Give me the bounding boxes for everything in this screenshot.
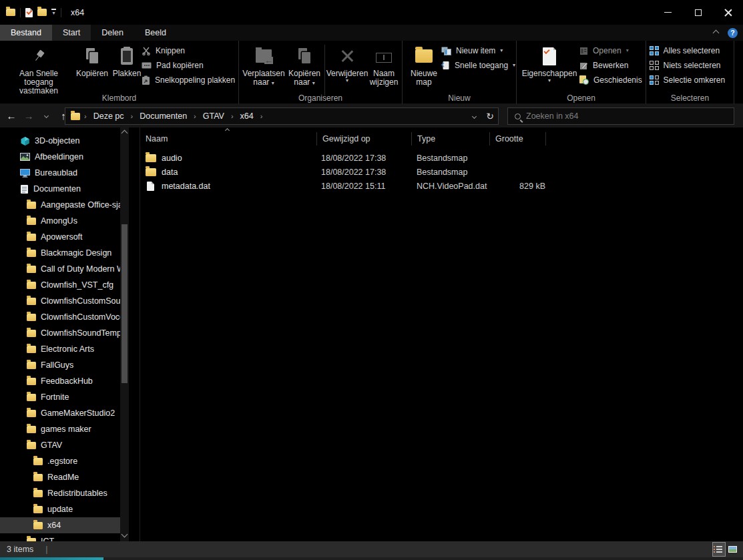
copy-to-button[interactable]: Kopiëren naar ▾ — [286, 43, 323, 87]
breadcrumb-documenten[interactable]: Documenten — [137, 111, 190, 121]
properties-button[interactable]: Eigenschappen ▾ — [521, 43, 578, 83]
breadcrumb-deze-pc[interactable]: Deze pc — [91, 111, 127, 121]
close-button[interactable] — [713, 0, 743, 25]
paste-button[interactable]: Plakken — [109, 43, 144, 78]
sidebar-item-clownfishcustomvoco[interactable]: ClownfishCustomVoco — [0, 309, 120, 325]
cut-button[interactable]: Knippen — [142, 43, 235, 58]
minimize-icon — [664, 12, 672, 13]
sidebar-item-fortnite[interactable]: Fortnite — [0, 389, 120, 405]
scroll-up-icon[interactable] — [121, 130, 128, 137]
sidebar-item-ict[interactable]: ICT — [0, 533, 120, 541]
open-button[interactable]: Openen ▾ — [579, 43, 642, 58]
paste-shortcut-button[interactable]: Snelkoppeling plakken — [142, 73, 235, 87]
folder-icon — [27, 394, 36, 401]
file-row-audio[interactable]: audio 18/08/2022 17:38 Bestandsmap — [140, 151, 688, 165]
new-folder-button[interactable]: Nieuwe map — [408, 43, 440, 87]
dropdown-caret: ▾ — [312, 80, 315, 86]
breadcrumb-separator: › — [259, 112, 264, 120]
folder-icon — [27, 346, 36, 353]
collapse-ribbon-icon[interactable] — [713, 29, 720, 36]
sidebar-item-3d-objecten[interactable]: 3D-objecten — [0, 133, 120, 149]
sidebar-item-readme[interactable]: ReadMe — [0, 469, 120, 485]
sidebar-item-clownfish-vst-cfg[interactable]: Clownfish_VST_cfg — [0, 277, 120, 293]
column-header-naam[interactable]: Naam — [140, 131, 316, 146]
item-count: 3 items — [0, 545, 33, 554]
invert-selection-button[interactable]: Selectie omkeren — [650, 73, 725, 87]
address-dropdown-icon[interactable] — [466, 108, 482, 124]
folder-icon — [71, 113, 80, 120]
new-item-button[interactable]: Nieuw item ▾ — [441, 43, 515, 58]
edit-button[interactable]: Bewerken — [579, 58, 642, 73]
sidebar-item-x64[interactable]: x64 — [0, 517, 120, 533]
copy-button[interactable]: Kopiëren — [75, 43, 109, 78]
details-view-icon — [716, 546, 722, 553]
sidebar-item-clownfishsoundtemp[interactable]: ClownfishSoundTemp — [0, 325, 120, 341]
tab-beeld[interactable]: Beeld — [134, 25, 177, 41]
easy-access-button[interactable]: Snelle toegang ▾ — [441, 58, 515, 73]
forward-button[interactable]: → — [20, 110, 37, 121]
sidebar-scrollbar[interactable] — [120, 127, 129, 541]
group-label: Klembord — [0, 93, 238, 103]
tab-start[interactable]: Start — [52, 25, 91, 41]
refresh-icon[interactable]: ↻ — [482, 108, 498, 124]
back-button[interactable]: ← — [3, 110, 20, 121]
tab-bestand[interactable]: Bestand — [0, 25, 52, 41]
sidebar-item-games-maker[interactable]: games maker — [0, 421, 120, 437]
move-to-button[interactable]: ← Verplaatsen naar ▾ — [242, 43, 286, 87]
column-header-grootte[interactable]: Grootte — [490, 131, 545, 146]
folder-icon[interactable] — [37, 9, 47, 16]
column-header-type[interactable]: Type — [412, 131, 489, 146]
folder-icon[interactable] — [6, 9, 15, 16]
sidebar-item-afbeeldingen[interactable]: Afbeeldingen — [0, 149, 120, 165]
thumbnail-view-icon — [728, 546, 737, 553]
select-none-icon — [650, 61, 659, 70]
sidebar-item-blackmagic-design[interactable]: Blackmagic Design — [0, 245, 120, 261]
details-view-button[interactable] — [713, 543, 725, 556]
column-separator[interactable] — [545, 132, 546, 146]
sidebar-item-bureaublad[interactable]: Bureaublad — [0, 165, 120, 181]
scroll-down-icon[interactable] — [121, 531, 128, 538]
pictures-icon — [20, 153, 30, 161]
breadcrumb-x64[interactable]: x64 — [238, 111, 256, 121]
rename-button[interactable]: Naam wijzigen — [366, 43, 401, 87]
sidebar-item-aangepaste-office[interactable]: Aangepaste Office-sjab — [0, 197, 120, 213]
properties-icon[interactable] — [25, 8, 33, 17]
folder-icon — [146, 168, 156, 176]
file-row-data[interactable]: data 18/08/2022 17:38 Bestandsmap — [140, 165, 688, 179]
file-row-metadata-dat[interactable]: metadata.dat 18/08/2022 15:11 NCH.VideoP… — [140, 179, 688, 193]
sidebar-item-amongus[interactable]: AmongUs — [0, 213, 120, 229]
minimize-button[interactable] — [653, 0, 683, 25]
delete-button[interactable]: Verwijderen ▾ — [326, 43, 368, 83]
sidebar-item-call-of-duty[interactable]: Call of Duty Modern W — [0, 261, 120, 277]
dropdown-caret: ▾ — [626, 48, 629, 53]
breadcrumb-gtav[interactable]: GTAV — [200, 111, 227, 121]
thumbnail-view-button[interactable] — [726, 543, 738, 556]
sidebar-item-redistributables[interactable]: Redistributables — [0, 485, 120, 501]
select-none-button[interactable]: Niets selecteren — [650, 58, 725, 73]
folder-icon — [27, 426, 36, 433]
sidebar-item-gamemakerstudio2[interactable]: GameMakerStudio2 — [0, 405, 120, 421]
sidebar-item-clownfishcustomsoun[interactable]: ClownfishCustomSoun — [0, 293, 120, 309]
scrollbar-thumb[interactable] — [121, 224, 128, 383]
help-icon[interactable]: ? — [728, 28, 738, 38]
select-all-button[interactable]: Alles selecteren — [650, 43, 725, 58]
copy-path-button[interactable]: Pad kopiëren — [142, 58, 235, 73]
sidebar-item-egstore[interactable]: .egstore — [0, 453, 120, 469]
column-header-gewijzigd-op[interactable]: Gewijzigd op — [317, 131, 411, 146]
sidebar-item-electronic-arts[interactable]: Electronic Arts — [0, 341, 120, 357]
sidebar-item-fallguys[interactable]: FallGuys — [0, 357, 120, 373]
history-button[interactable]: Geschiedenis — [579, 73, 642, 87]
dropdown-caret: ▾ — [272, 80, 274, 86]
maximize-button[interactable] — [683, 0, 713, 25]
sidebar-item-feedbackhub[interactable]: FeedbackHub — [0, 373, 120, 389]
tab-delen[interactable]: Delen — [91, 25, 134, 41]
recent-locations-icon[interactable] — [37, 114, 55, 117]
sidebar-item-apowersoft[interactable]: Apowersoft — [0, 229, 120, 245]
pin-to-quick-access-button[interactable]: Aan Snelle toegang vastmaken — [3, 43, 75, 95]
address-bar[interactable]: › Deze pc › Documenten › GTAV › x64 › ↻ — [65, 107, 499, 125]
sidebar-item-update[interactable]: update — [0, 501, 120, 517]
sidebar-item-documenten[interactable]: Documenten — [0, 181, 120, 197]
sidebar-item-gtav[interactable]: GTAV — [0, 437, 120, 453]
customize-qat-icon[interactable]: ▾ — [51, 9, 56, 16]
search-input[interactable] — [526, 111, 727, 121]
